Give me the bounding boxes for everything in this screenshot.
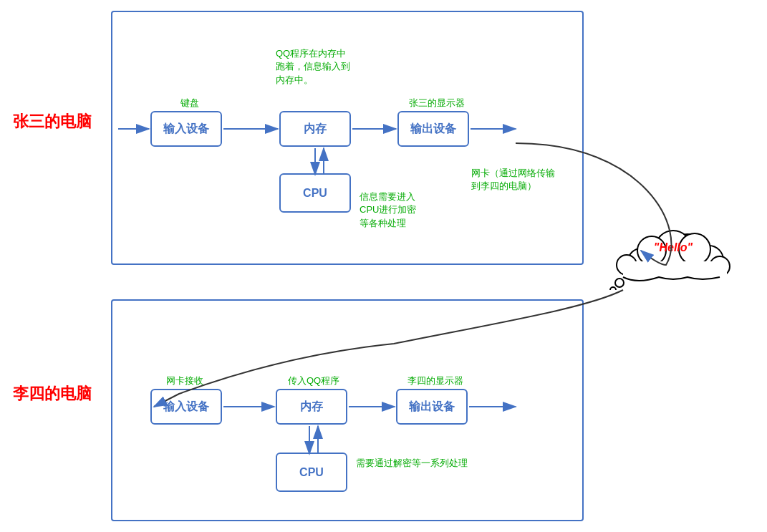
zhang-cpu-box: CPU [279,173,351,213]
qq-annotation: QQ程序在内存中 跑着，信息输入到 内存中。 [276,34,350,87]
li-qq-label: 传入QQ程序 [278,374,349,387]
cloud-text: "Hello" [623,241,723,254]
zhang-network-label: 网卡（通过网络传输 到李四的电脑） [471,154,555,193]
keyboard-label: 键盘 [161,97,218,110]
svg-rect-9 [623,261,727,279]
zhang-san-label: 张三的电脑 [13,111,92,132]
cloud-container: "Hello" [602,197,745,290]
svg-point-11 [610,287,616,290]
li-si-label: 李四的电脑 [13,383,92,405]
zhang-memory-box: 内存 [279,111,351,147]
li-cpu-box: CPU [276,453,347,492]
zhang-input-box: 输入设备 [150,111,222,147]
li-input-box: 输入设备 [150,389,222,425]
li-cpu-annotation: 需要通过解密等一系列处理 [356,457,468,470]
li-memory-box: 内存 [276,389,347,425]
li-monitor-label: 李四的显示器 [396,374,475,387]
li-output-box: 输出设备 [396,389,468,425]
zhang-cpu-annotation: 信息需要进入 CPU进行加密 等各种处理 [360,178,416,230]
svg-point-10 [615,279,624,287]
main-container: 张三的电脑 键盘 输入设备 QQ程序在内存中 跑着，信息输入到 内存中。 内存 … [0,0,767,532]
li-network-recv-label: 网卡接收 [153,374,217,387]
zhang-monitor-label: 张三的显示器 [397,97,476,110]
zhang-output-box: 输出设备 [397,111,469,147]
